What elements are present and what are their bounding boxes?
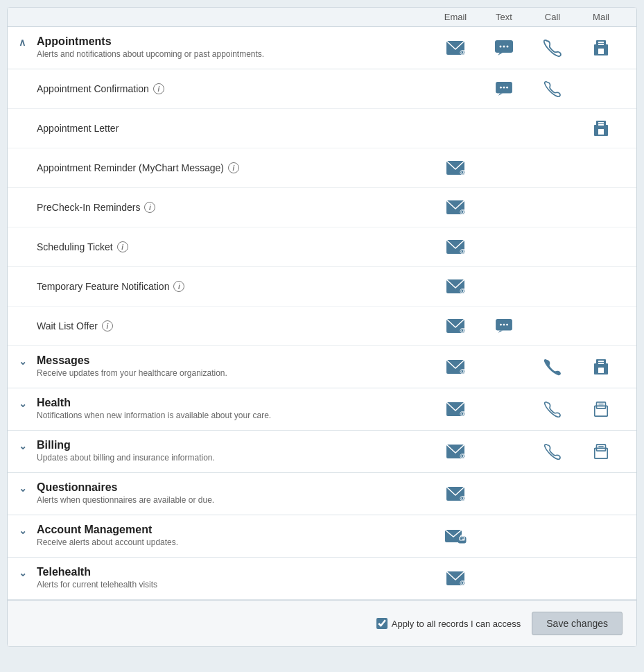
column-headers: Email Text Call Mail (8, 8, 636, 27)
toggle-account-management[interactable]: ⌄ (19, 525, 30, 536)
apply-all-checkbox[interactable] (376, 618, 388, 629)
scheduling-email-icon[interactable]: @ (431, 234, 480, 259)
apply-all-label[interactable]: Apply to all records I can access (376, 618, 521, 629)
svg-text:@: @ (460, 410, 465, 417)
svg-point-4 (503, 46, 505, 48)
svg-text:@: @ (460, 169, 465, 175)
appointments-text-icon[interactable] (480, 35, 528, 60)
svg-rect-10 (598, 44, 604, 45)
toggle-questionnaires[interactable]: ⌄ (19, 483, 30, 494)
svg-text:@: @ (460, 49, 465, 55)
messages-call-icon[interactable] (528, 354, 577, 379)
telehealth-mail-empty (577, 566, 625, 591)
row-appointment-letter: Appointment Letter (8, 109, 636, 148)
messages-mail-icon[interactable] (577, 354, 625, 379)
messages-email-icon[interactable]: @ (431, 354, 480, 379)
questionnaires-mail-empty (577, 481, 625, 506)
confirmation-email-empty (431, 76, 480, 101)
reminder-call-empty (528, 155, 577, 180)
confirmation-text-icon[interactable] (480, 76, 528, 101)
section-title-account: Account Management (37, 524, 431, 536)
toggle-health[interactable]: ⌄ (19, 398, 30, 409)
svg-rect-11 (598, 49, 604, 54)
wait-list-text-icon[interactable] (480, 313, 528, 338)
label-appointment-confirmation: Appointment Confirmation (37, 83, 149, 94)
questionnaires-text-empty (480, 481, 528, 506)
health-email-icon[interactable]: @ (431, 397, 480, 422)
section-title-appointments: Appointments (37, 35, 431, 48)
svg-text:@: @ (460, 452, 465, 459)
toggle-billing[interactable]: ⌄ (19, 440, 30, 451)
toggle-telehealth[interactable]: ⌄ (19, 567, 30, 578)
scheduling-text-empty (480, 234, 528, 259)
row-temp-feature: Temporary Feature Notification i @ (8, 267, 636, 307)
section-subtitle-billing: Updates about billing and insurance info… (37, 453, 431, 463)
col-call: Call (528, 12, 577, 22)
toggle-messages[interactable]: ⌄ (19, 356, 30, 367)
appointments-call-icon[interactable] (528, 35, 577, 60)
svg-marker-16 (498, 93, 503, 96)
confirmation-mail-empty (577, 76, 625, 101)
info-icon-temp-feature[interactable]: i (173, 281, 184, 292)
health-mail-icon[interactable] (577, 397, 625, 422)
svg-rect-43 (598, 368, 604, 373)
svg-point-33 (500, 324, 502, 326)
svg-text:@: @ (460, 494, 465, 501)
svg-point-5 (507, 46, 509, 48)
appointments-email-icon[interactable]: @ (431, 35, 480, 60)
section-subtitle-health: Notifications when new information is av… (37, 411, 431, 420)
label-appointment-letter: Appointment Letter (37, 123, 119, 134)
temp-feature-email-icon[interactable]: @ (431, 274, 480, 299)
info-icon-wait-list[interactable]: i (102, 320, 113, 331)
health-call-icon[interactable] (528, 397, 577, 422)
svg-text:@: @ (460, 327, 465, 334)
telehealth-email-icon[interactable]: @ (431, 566, 480, 591)
save-button[interactable]: Save changes (532, 612, 623, 635)
info-icon-confirmation[interactable]: i (153, 83, 164, 94)
billing-call-icon[interactable] (528, 439, 577, 464)
section-telehealth: ⌄ Telehealth Alerts for current teleheal… (8, 558, 636, 600)
info-icon-precheckin[interactable]: i (144, 202, 155, 213)
precheckin-email-icon[interactable]: @ (431, 195, 480, 220)
svg-text:@: @ (460, 368, 465, 374)
section-title-health: Health (37, 397, 431, 409)
svg-rect-19 (598, 122, 604, 123)
svg-point-3 (500, 46, 502, 48)
col-mail: Mail (577, 12, 625, 22)
svg-rect-53 (597, 445, 606, 451)
col-text: Text (480, 12, 528, 22)
reminder-email-icon[interactable]: @ (431, 155, 480, 180)
footer: Apply to all records I can access Save c… (8, 600, 636, 646)
account-mail-empty (577, 524, 625, 549)
wait-list-email-icon[interactable]: @ (431, 313, 480, 338)
section-account-management: ⌄ Account Management Receive alerts abou… (8, 515, 636, 558)
health-text-empty (480, 397, 528, 422)
svg-text:@: @ (460, 287, 465, 294)
letter-mail-icon[interactable] (577, 116, 625, 141)
account-email-lock-icon[interactable] (431, 524, 480, 549)
row-scheduling-ticket: Scheduling Ticket i @ (8, 227, 636, 267)
info-icon-scheduling[interactable]: i (117, 241, 128, 252)
confirmation-call-icon[interactable] (528, 76, 577, 101)
temp-feature-mail-empty (577, 274, 625, 299)
account-call-empty (528, 524, 577, 549)
billing-mail-icon[interactable] (577, 439, 625, 464)
section-questionnaires: ⌄ Questionnaires Alerts when questionnai… (8, 473, 636, 515)
scheduling-call-empty (528, 234, 577, 259)
svg-rect-9 (598, 42, 604, 43)
section-subtitle-messages: Receive updates from your healthcare org… (37, 368, 431, 378)
section-subtitle-telehealth: Alerts for current telehealth visits (37, 580, 431, 589)
svg-rect-20 (598, 124, 604, 126)
info-icon-reminder[interactable]: i (228, 162, 239, 173)
label-precheckin: PreCheck-In Reminders (37, 202, 140, 213)
toggle-appointments[interactable]: ∧ (19, 37, 30, 48)
row-precheckin: PreCheck-In Reminders i @ (8, 188, 636, 227)
svg-rect-41 (598, 361, 604, 362)
questionnaires-email-icon[interactable]: @ (431, 481, 480, 506)
section-title-billing: Billing (37, 439, 431, 451)
appointments-mail-icon[interactable] (577, 35, 625, 60)
billing-text-empty (480, 439, 528, 464)
billing-email-icon[interactable]: @ (431, 439, 480, 464)
precheckin-call-empty (528, 195, 577, 220)
svg-marker-36 (498, 330, 503, 333)
